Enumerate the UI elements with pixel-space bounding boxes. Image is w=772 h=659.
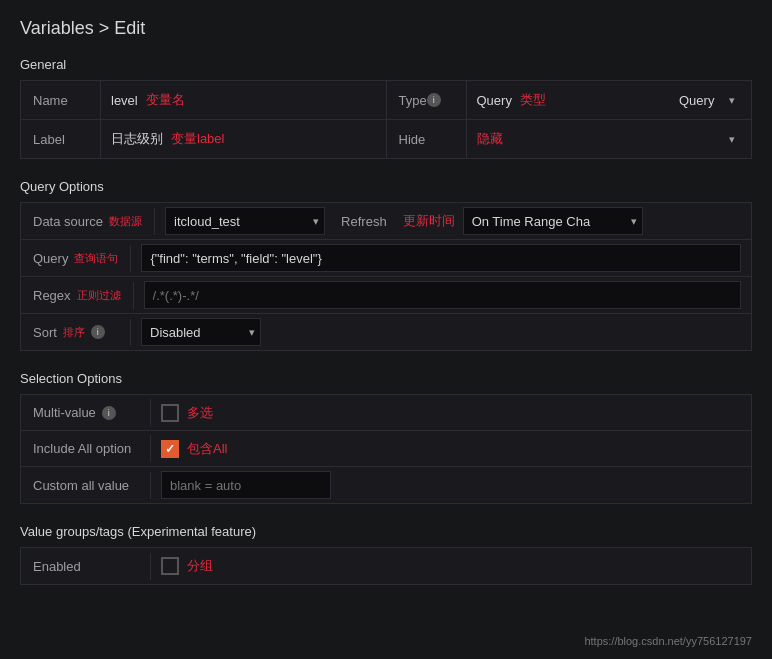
- multivalue-label: Multi-value: [33, 405, 96, 420]
- multivalue-content: 多选: [151, 400, 751, 426]
- include-all-label: Include All option: [33, 441, 131, 456]
- value-groups-section: Value groups/tags (Experimental feature)…: [20, 524, 752, 585]
- enabled-label: Enabled: [33, 559, 81, 574]
- name-cell: Name level 变量名: [21, 81, 387, 119]
- hide-select-wrapper[interactable]: Label Variable: [661, 125, 741, 153]
- query-options-table: Data source 数据源 itcloud_test Refresh 更新时…: [20, 202, 752, 351]
- multivalue-info-icon[interactable]: i: [102, 406, 116, 420]
- hide-label: Hide: [387, 120, 467, 158]
- general-section-title: General: [20, 57, 752, 72]
- enabled-checkbox[interactable]: [161, 557, 179, 575]
- regex-label: Regex: [33, 288, 71, 303]
- type-value: Query: [477, 93, 512, 108]
- custom-all-label-cell: Custom all value: [21, 472, 151, 499]
- datasource-label-cell: Data source 数据源: [21, 208, 155, 235]
- refresh-label: Refresh: [333, 214, 395, 229]
- query-options-title: Query Options: [20, 179, 752, 194]
- label-value-cell: 日志级别 变量label: [101, 125, 386, 153]
- type-label: Type i: [387, 81, 467, 119]
- label-annotation: 变量label: [171, 130, 224, 148]
- type-select[interactable]: Query: [671, 86, 741, 114]
- custom-all-input[interactable]: [161, 471, 331, 499]
- custom-all-label: Custom all value: [33, 478, 129, 493]
- query-content: [131, 240, 751, 276]
- hide-annotation: 隐藏: [477, 130, 503, 148]
- sort-label: Sort: [33, 325, 57, 340]
- query-annotation: 查询语句: [74, 251, 118, 266]
- sort-select-wrapper[interactable]: Disabled Alphabetical (asc) Alphabetical…: [141, 318, 261, 346]
- type-select-wrapper[interactable]: Query: [671, 86, 741, 114]
- query-row: Query 查询语句: [21, 240, 751, 277]
- selection-options-title: Selection Options: [20, 371, 752, 386]
- general-table: Name level 变量名 Type i Query 类型: [20, 80, 752, 159]
- hide-select[interactable]: Label Variable: [661, 125, 741, 153]
- selection-options-table: Multi-value i 多选 Include All option 包含Al…: [20, 394, 752, 504]
- datasource-select[interactable]: itcloud_test: [165, 207, 325, 235]
- sort-row: Sort 排序 i Disabled Alphabetical (asc) Al…: [21, 314, 751, 350]
- name-value-cell: level 变量名: [101, 86, 386, 114]
- selection-options-section: Selection Options Multi-value i 多选 Inclu…: [20, 371, 752, 504]
- general-section: General Name level 变量名 Type i: [20, 57, 752, 159]
- hide-cell: Hide 隐藏 Label Variable: [387, 120, 752, 158]
- datasource-annotation: 数据源: [109, 214, 142, 229]
- type-cell: Type i Query 类型 Query: [387, 81, 752, 119]
- enabled-row: Enabled 分组: [21, 548, 751, 584]
- refresh-select[interactable]: On Time Range Cha Never On Dashboard Loa…: [463, 207, 643, 235]
- type-annotation: 类型: [520, 91, 546, 109]
- general-row-label-hide: Label 日志级别 变量label Hide 隐藏 Label: [21, 120, 751, 158]
- regex-annotation: 正则过滤: [77, 288, 121, 303]
- label-cell: Label 日志级别 变量label: [21, 120, 387, 158]
- type-info-icon[interactable]: i: [427, 93, 441, 107]
- sort-annotation: 排序: [63, 325, 85, 340]
- regex-content: [134, 277, 751, 313]
- refresh-select-wrapper[interactable]: On Time Range Cha Never On Dashboard Loa…: [463, 207, 643, 235]
- query-input[interactable]: [141, 244, 741, 272]
- include-all-annotation: 包含All: [187, 440, 227, 458]
- include-all-row: Include All option 包含All: [21, 431, 751, 467]
- page-title: Variables > Edit: [20, 18, 752, 39]
- query-label-cell: Query 查询语句: [21, 245, 131, 272]
- value-groups-title: Value groups/tags (Experimental feature): [20, 524, 752, 539]
- multivalue-label-cell: Multi-value i: [21, 399, 151, 426]
- enabled-annotation: 分组: [187, 557, 213, 575]
- name-label: Name: [21, 81, 101, 119]
- regex-label-cell: Regex 正则过滤: [21, 282, 134, 309]
- datasource-content: itcloud_test Refresh 更新时间 On Time Range …: [155, 203, 751, 239]
- multivalue-row: Multi-value i 多选: [21, 395, 751, 431]
- name-value: level: [111, 93, 138, 108]
- include-all-label-cell: Include All option: [21, 435, 151, 462]
- datasource-label: Data source: [33, 214, 103, 229]
- value-groups-table: Enabled 分组: [20, 547, 752, 585]
- enabled-label-cell: Enabled: [21, 553, 151, 580]
- sort-content: Disabled Alphabetical (asc) Alphabetical…: [131, 314, 751, 350]
- query-label: Query: [33, 251, 68, 266]
- custom-all-content: [151, 467, 751, 503]
- datasource-refresh-row: Data source 数据源 itcloud_test Refresh 更新时…: [21, 203, 751, 240]
- multivalue-checkbox[interactable]: [161, 404, 179, 422]
- include-all-content: 包含All: [151, 436, 751, 462]
- general-row-name-type: Name level 变量名 Type i Query 类型: [21, 81, 751, 120]
- refresh-annotation: 更新时间: [403, 212, 455, 230]
- type-value-cell: Query 类型 Query: [467, 81, 752, 119]
- watermark: https://blog.csdn.net/yy756127197: [584, 635, 752, 647]
- name-annotation: 变量名: [146, 91, 185, 109]
- custom-all-row: Custom all value: [21, 467, 751, 503]
- regex-row: Regex 正则过滤: [21, 277, 751, 314]
- label-value: 日志级别: [111, 130, 163, 148]
- sort-info-icon[interactable]: i: [91, 325, 105, 339]
- enabled-content: 分组: [151, 553, 751, 579]
- label-label: Label: [21, 120, 101, 158]
- include-all-checkbox[interactable]: [161, 440, 179, 458]
- query-options-section: Query Options Data source 数据源 itcloud_te…: [20, 179, 752, 351]
- sort-label-cell: Sort 排序 i: [21, 319, 131, 346]
- sort-select[interactable]: Disabled Alphabetical (asc) Alphabetical…: [141, 318, 261, 346]
- regex-input[interactable]: [144, 281, 741, 309]
- datasource-select-wrapper[interactable]: itcloud_test: [165, 207, 325, 235]
- hide-value-cell: 隐藏 Label Variable: [467, 120, 752, 158]
- multivalue-annotation: 多选: [187, 404, 213, 422]
